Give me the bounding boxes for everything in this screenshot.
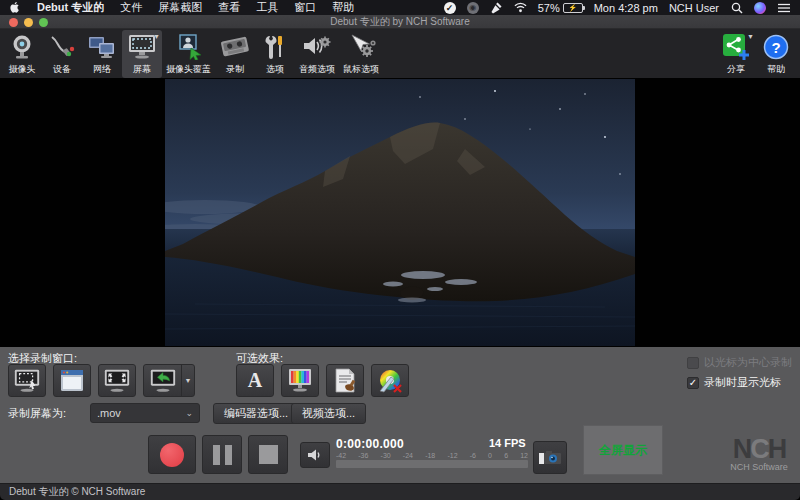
menu-user[interactable]: NCH User <box>669 2 719 14</box>
record-button[interactable] <box>148 435 196 474</box>
window-title-bar: Debut 专业的 by NCH Software <box>0 15 800 29</box>
fps-indicator: 14 FPS <box>489 437 526 449</box>
hammer-icon[interactable] <box>490 1 503 14</box>
toolbar-help-button[interactable]: ? 帮助 <box>756 30 796 78</box>
checkbox-checked-icon: ✓ <box>687 377 699 389</box>
app-window-icon <box>59 368 85 394</box>
toolbar-webcam-overlay-button[interactable]: 摄像头覆盖 <box>162 30 215 78</box>
color-adjust-effect-button[interactable] <box>371 364 409 397</box>
select-app-window-button[interactable] <box>53 364 91 397</box>
video-options-button[interactable]: 视频选项... <box>291 403 366 424</box>
menu-tools[interactable]: 工具 <box>256 0 278 15</box>
toolbar-webcam-button[interactable]: 摄像头 <box>2 30 42 78</box>
toolbar-help-label: 帮助 <box>767 63 785 76</box>
menu-app-name[interactable]: Debut 专业的 <box>37 0 104 15</box>
notification-center-icon[interactable] <box>777 1 790 14</box>
status-app-check-icon[interactable]: ✓ <box>444 2 456 14</box>
toolbar-network-button[interactable]: 网络 <box>82 30 122 78</box>
av-cable-icon <box>49 32 75 62</box>
audio-level-meter <box>336 460 528 468</box>
format-select[interactable]: .mov ⌄ <box>90 403 200 423</box>
format-value: .mov <box>97 407 121 419</box>
menu-file[interactable]: 文件 <box>120 0 142 15</box>
siri-icon[interactable] <box>754 2 766 14</box>
record-icon <box>160 443 184 467</box>
window-title: Debut 专业的 by NCH Software <box>330 15 470 29</box>
repeat-selection-dropdown[interactable]: ▼ <box>181 365 194 396</box>
encoder-options-button[interactable]: 编码器选项... <box>213 403 299 424</box>
toolbar-share-button[interactable]: ▼ 分享 <box>716 30 756 78</box>
battery-indicator[interactable]: 57% ⚡ <box>538 2 583 14</box>
menu-help[interactable]: 帮助 <box>332 0 354 15</box>
battery-icon: ⚡ <box>563 3 583 13</box>
menu-view[interactable]: 查看 <box>218 0 240 15</box>
checkbox-show-cursor[interactable]: ✓ 录制时显示光标 <box>687 375 792 390</box>
pause-button[interactable] <box>202 435 242 474</box>
menu-clock[interactable]: Mon 4:28 pm <box>594 2 658 14</box>
network-monitors-icon <box>88 32 116 62</box>
spotlight-search-icon[interactable] <box>730 1 743 14</box>
stop-button[interactable] <box>248 435 288 474</box>
wifi-icon[interactable] <box>514 1 527 14</box>
chevron-down-icon: ▼ <box>153 33 160 40</box>
close-window-button[interactable] <box>9 18 18 27</box>
control-panel: 选择录制窗口: 可选效果: ▼ A 以光标 <box>0 347 800 483</box>
checkbox-record-centered-cursor[interactable]: 以光标为中心录制 <box>687 355 792 370</box>
catalina-wallpaper-image <box>165 79 635 346</box>
minimize-window-button[interactable] <box>24 18 33 27</box>
nch-logo-text: NCH <box>733 434 786 464</box>
battery-percent: 57% <box>538 2 560 14</box>
checkbox-centered-label: 以光标为中心录制 <box>704 355 792 370</box>
mute-button[interactable] <box>300 442 330 468</box>
speaker-icon <box>307 448 323 462</box>
select-fullscreen-button[interactable] <box>98 364 136 397</box>
status-app-cloud-icon[interactable]: ◉ <box>467 2 479 14</box>
share-chevron-down-icon: ▼ <box>747 33 754 40</box>
watermark-effect-button[interactable] <box>326 364 364 397</box>
toolbar-screen-button[interactable]: ▼ 屏幕 <box>122 30 162 78</box>
text-effect-button[interactable]: A <box>236 364 274 397</box>
fullscreen-icon <box>103 368 131 394</box>
select-chevron-icon: ⌄ <box>185 408 193 418</box>
fullscreen-display-button[interactable]: 全屏显示 <box>583 425 663 475</box>
fullscreen-display-label: 全屏显示 <box>599 442 647 459</box>
zoom-window-button[interactable] <box>39 18 48 27</box>
toolbar-share-label: 分享 <box>727 63 745 76</box>
wrench-screwdriver-icon <box>262 32 288 62</box>
watermark-icon <box>332 368 358 394</box>
record-as-label: 录制屏幕为: <box>8 406 66 421</box>
toolbar-webcam-overlay-label: 摄像头覆盖 <box>166 63 211 76</box>
toolbar-record-button[interactable]: 录制 <box>215 30 255 78</box>
main-toolbar: 摄像头 设备 网络 ▼ 屏幕 摄像头覆盖 录制 选项 <box>0 29 800 78</box>
select-region-button[interactable] <box>8 364 46 397</box>
toolbar-device-button[interactable]: 设备 <box>42 30 82 78</box>
toolbar-options-button[interactable]: 选项 <box>255 30 295 78</box>
toolbar-screen-label: 屏幕 <box>133 63 151 76</box>
toolbar-device-label: 设备 <box>53 63 71 76</box>
status-text: Debut 专业的 © NCH Software <box>9 485 145 499</box>
menu-screenshot[interactable]: 屏幕截图 <box>158 0 202 15</box>
speaker-gear-icon <box>302 32 332 62</box>
apple-icon[interactable] <box>10 2 21 13</box>
toolbar-record-label: 录制 <box>226 63 244 76</box>
toolbar-audio-options-button[interactable]: 音频选项 <box>295 30 339 78</box>
color-wheel-icon <box>377 368 403 394</box>
toolbar-mouse-options-button[interactable]: 鼠标选项 <box>339 30 383 78</box>
repeat-selection-icon <box>149 368 177 394</box>
pause-icon <box>213 445 220 465</box>
color-settings-button[interactable] <box>281 364 319 397</box>
text-effect-icon: A <box>248 369 262 392</box>
color-bars-icon <box>287 368 313 394</box>
cursor-gear-icon <box>346 32 376 62</box>
repeat-last-selection-button[interactable]: ▼ <box>143 364 195 397</box>
nch-logo-subtext: NCH Software <box>724 462 794 472</box>
stop-icon <box>259 445 278 464</box>
menu-window[interactable]: 窗口 <box>294 0 316 15</box>
camera-icon <box>539 450 561 465</box>
toolbar-network-label: 网络 <box>93 63 111 76</box>
snapshot-button[interactable] <box>533 441 567 474</box>
webcam-icon <box>10 32 34 62</box>
cassette-icon <box>220 32 250 62</box>
toolbar-webcam-label: 摄像头 <box>9 63 36 76</box>
status-bar: Debut 专业的 © NCH Software <box>0 483 800 500</box>
